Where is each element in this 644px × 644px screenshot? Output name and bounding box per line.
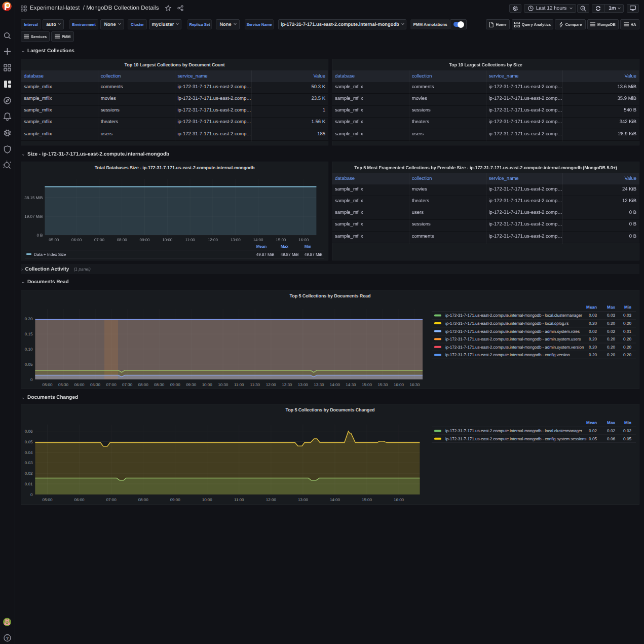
svg-text:05:00: 05:00 [42,498,53,502]
svg-text:0.02: 0.02 [25,471,33,476]
svg-text:13:00: 13:00 [298,498,309,502]
svg-text:0: 0 [30,377,33,382]
svg-text:0.04: 0.04 [25,450,33,455]
svg-text:12:00: 12:00 [266,383,277,387]
svg-text:08:00: 08:00 [138,383,149,387]
svg-text:13:00: 13:00 [231,238,241,242]
svg-text:0.03: 0.03 [25,461,33,465]
svg-text:08:30: 08:30 [154,383,165,387]
svg-text:49.87 MiB: 49.87 MiB [281,252,299,257]
svg-text:09:30: 09:30 [186,383,197,387]
svg-text:0.20: 0.20 [623,353,631,357]
svg-text:08:00: 08:00 [138,498,149,502]
svg-text:0.05: 0.05 [25,440,33,444]
svg-text:09:00: 09:00 [170,498,181,502]
svg-text:13:00: 13:00 [298,383,309,387]
svg-text:16:00: 16:00 [394,498,404,502]
svg-text:0.02: 0.02 [589,429,597,433]
svg-text:0 B: 0 B [36,233,43,238]
svg-text:05:00: 05:00 [42,383,53,387]
svg-text:Data + Index Size: Data + Index Size [34,252,66,257]
svg-text:14:30: 14:30 [346,383,356,387]
svg-text:15:00: 15:00 [276,238,286,242]
svg-text:15:00: 15:00 [362,383,372,387]
svg-text:0.06: 0.06 [25,429,33,434]
svg-text:0.20: 0.20 [589,353,597,357]
svg-text:11:00: 11:00 [234,498,244,502]
svg-text:0.15: 0.15 [25,332,33,336]
svg-text:11:00: 11:00 [185,238,195,242]
svg-text:16:00: 16:00 [298,238,309,242]
svg-text:0.02: 0.02 [607,329,615,334]
svg-text:ip-172-31-7-171.us-east-2.comp: ip-172-31-7-171.us-east-2.compute.intern… [445,329,580,334]
svg-text:11:30: 11:30 [250,383,260,387]
svg-text:0.02: 0.02 [623,429,631,433]
svg-text:10:00: 10:00 [162,238,173,242]
svg-text:14:00: 14:00 [330,498,340,502]
svg-text:Min: Min [624,305,631,310]
svg-text:0: 0 [30,493,33,497]
svg-text:ip-172-31-7-171.us-east-2.comp: ip-172-31-7-171.us-east-2.compute.intern… [445,313,582,318]
svg-text:08:00: 08:00 [117,238,128,242]
svg-text:05:00: 05:00 [49,238,59,242]
svg-text:06:00: 06:00 [74,383,85,387]
svg-text:0.05: 0.05 [623,437,631,441]
svg-text:Max: Max [607,421,615,425]
svg-text:0.01: 0.01 [25,482,33,486]
svg-text:0.20: 0.20 [589,321,597,326]
svg-text:07:00: 07:00 [106,383,117,387]
svg-text:0.01: 0.01 [623,329,631,334]
svg-text:ip-172-31-7-171.us-east-2.comp: ip-172-31-7-171.us-east-2.compute.intern… [445,337,581,342]
svg-text:0.03: 0.03 [623,313,631,318]
svg-text:07:00: 07:00 [106,498,117,502]
svg-text:06:30: 06:30 [90,383,101,387]
svg-text:12:30: 12:30 [282,383,292,387]
svg-text:0.20: 0.20 [589,345,597,350]
svg-text:0.05: 0.05 [589,437,597,441]
svg-text:0.06: 0.06 [607,437,615,441]
svg-text:10:00: 10:00 [202,498,213,502]
svg-text:ip-172-31-7-171.us-east-2.comp: ip-172-31-7-171.us-east-2.compute.intern… [445,353,570,357]
svg-text:0.10: 0.10 [25,347,33,352]
svg-text:0.20: 0.20 [589,337,597,342]
svg-text:Max: Max [607,305,615,310]
svg-text:0.20: 0.20 [623,345,631,350]
svg-text:ip-172-31-7-171.us-east-2.comp: ip-172-31-7-171.us-east-2.compute.intern… [445,437,586,441]
svg-text:10:00: 10:00 [202,383,213,387]
svg-text:11:00: 11:00 [234,383,244,387]
svg-text:16:00: 16:00 [394,383,404,387]
svg-text:Min: Min [305,244,312,249]
svg-text:38.15 MiB: 38.15 MiB [24,196,43,200]
svg-text:0.05: 0.05 [25,362,33,367]
svg-text:05:30: 05:30 [58,383,69,387]
svg-text:0.02: 0.02 [589,329,597,334]
svg-text:Mean: Mean [256,244,267,249]
svg-text:0.20: 0.20 [607,321,615,326]
svg-text:15:00: 15:00 [362,498,372,502]
svg-text:14:00: 14:00 [253,238,263,242]
svg-text:06:00: 06:00 [74,498,85,502]
svg-text:0.20: 0.20 [607,353,615,357]
svg-text:0.02: 0.02 [607,429,615,433]
svg-text:0.20: 0.20 [607,337,615,342]
svg-text:49.87 MiB: 49.87 MiB [256,252,275,257]
svg-text:06:00: 06:00 [71,238,82,242]
svg-text:07:30: 07:30 [122,383,133,387]
svg-text:14:00: 14:00 [330,383,340,387]
svg-text:0.20: 0.20 [623,321,631,326]
svg-text:16:30: 16:30 [409,383,420,387]
svg-text:10:30: 10:30 [218,383,229,387]
svg-text:19.07 MiB: 19.07 MiB [24,214,43,219]
svg-text:Max: Max [281,244,289,249]
svg-text:Min: Min [624,421,631,425]
svg-text:0.20: 0.20 [25,317,33,321]
svg-text:ip-172-31-7-171.us-east-2.comp: ip-172-31-7-171.us-east-2.compute.intern… [445,321,569,326]
svg-text:ip-172-31-7-171.us-east-2.comp: ip-172-31-7-171.us-east-2.compute.intern… [445,345,584,350]
svg-text:12:00: 12:00 [208,238,218,242]
svg-text:Mean: Mean [586,421,597,425]
svg-text:0.03: 0.03 [607,313,615,318]
svg-text:0.03: 0.03 [589,313,597,318]
svg-text:?: ? [6,636,9,641]
svg-text:49.87 MiB: 49.87 MiB [305,252,323,257]
svg-text:0.20: 0.20 [623,337,631,342]
